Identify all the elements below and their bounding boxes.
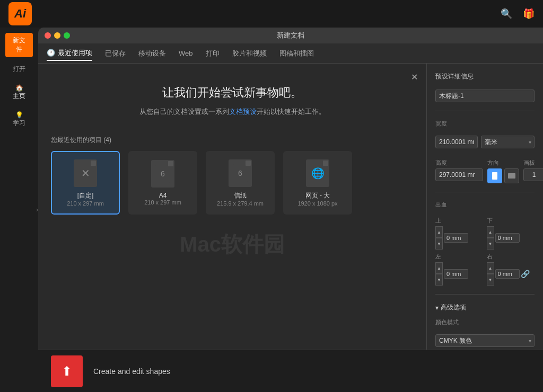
color-mode-label: 颜色模式 — [435, 318, 535, 326]
window-minimize-button[interactable] — [54, 32, 60, 39]
bleed-bottom-down[interactable]: ▼ — [487, 238, 494, 250]
bleed-right: 右 ▲ ▼ 🔗 — [487, 253, 535, 286]
svg-text:6: 6 — [238, 169, 242, 177]
clock-icon: 🕐 — [47, 49, 55, 57]
bleed-right-up[interactable]: ▲ — [487, 262, 494, 274]
document-name-input[interactable] — [435, 90, 535, 102]
hero-link[interactable]: 文档预设 — [229, 108, 257, 115]
tab-web[interactable]: Web — [179, 47, 193, 59]
app-logo: Ai — [8, 2, 32, 25]
width-row: 毫米 像素 厘米 — [435, 136, 535, 148]
bleed-top-up[interactable]: ▲ — [435, 226, 443, 238]
app-bar-right: 🔍 🎁 — [501, 8, 535, 20]
sidebar-item-home[interactable]: 🏠 主页 — [3, 81, 35, 104]
width-input[interactable] — [435, 136, 478, 148]
bleed-grid: 上 ▲ ▼ 下 ▲ ▼ — [435, 217, 535, 286]
orientation-label: 方向 — [487, 159, 519, 167]
width-label: 宽度 — [435, 120, 535, 128]
window-title: 新建文档 — [277, 31, 304, 40]
sidebar-item-learn[interactable]: 💡 学习 — [3, 108, 35, 131]
link-icon[interactable]: 🔗 — [521, 270, 530, 278]
tab-mobile[interactable]: 移动设备 — [138, 47, 166, 60]
preset-name-custom: [自定] — [77, 191, 94, 200]
preset-card-custom[interactable]: ✕ [自定] 210 x 297 mm — [51, 151, 120, 215]
bleed-bottom-label: 下 — [487, 217, 535, 225]
tab-filmvideo[interactable]: 胶片和视频 — [232, 47, 267, 60]
new-file-button[interactable]: 新文件 — [5, 33, 33, 57]
home-icon: 🏠 — [5, 84, 33, 92]
portrait-button[interactable] — [487, 168, 502, 183]
bleed-label: 出血 — [435, 201, 535, 209]
preset-name-letter: 信纸 — [234, 191, 247, 200]
bottom-text: Create and edit shapes — [93, 367, 170, 376]
bottom-area: ⬆ Create and edit shapes — [38, 350, 543, 392]
bleed-left-up[interactable]: ▲ — [435, 262, 443, 274]
preset-size-custom: 210 x 297 mm — [67, 200, 104, 207]
hero-title: 让我们开始尝试新事物吧。 — [49, 85, 416, 101]
preset-card-letter[interactable]: 6 信纸 215.9 x 279.4 mm — [206, 151, 275, 215]
tab-recent[interactable]: 🕐 最近使用项 — [47, 46, 92, 61]
window-controls — [45, 32, 70, 39]
hero-section: 让我们开始尝试新事物吧。 从您自己的文档设置或一系列文档预设开始以快速开始工作。 — [38, 64, 426, 127]
bleed-bottom-up[interactable]: ▲ — [487, 226, 494, 238]
hero-subtitle: 从您自己的文档设置或一系列文档预设开始以快速开始工作。 — [49, 107, 416, 117]
tab-bar: 🕐 最近使用项 已保存 移动设备 Web 打印 胶片和视频 图稿和插图 — [38, 43, 543, 64]
dialog-body: ✕ Mac软件园 让我们开始尝试新事物吧。 从您自己的文档设置或一系列文档预设开… — [38, 64, 543, 392]
svg-text:6: 6 — [161, 170, 165, 178]
preset-name-web: 网页 - 大 — [305, 191, 330, 200]
svg-rect-4 — [492, 172, 497, 180]
height-label: 高度 — [435, 159, 483, 167]
bleed-top-down[interactable]: ▼ — [435, 238, 443, 250]
preset-icon-a4: 6 — [151, 160, 174, 188]
preset-grid: ✕ [自定] 210 x 297 mm 6 A4 210 x 297 mm — [51, 151, 414, 215]
watermark: Mac软件园 — [180, 230, 285, 259]
artboard-input[interactable] — [523, 168, 543, 181]
main-window: 新建文档 🕐 最近使用项 已保存 移动设备 Web 打印 胶片和视频 图稿和插图… — [38, 28, 543, 392]
tab-print[interactable]: 打印 — [206, 47, 220, 60]
panel-section-title: 预设详细信息 — [435, 72, 535, 81]
bleed-bottom-input[interactable] — [495, 233, 520, 243]
preset-size-a4: 210 x 297 mm — [144, 199, 181, 206]
advanced-toggle[interactable]: ▾ 高级选项 — [435, 303, 535, 312]
chevron-down-icon: ▾ — [435, 304, 439, 311]
bleed-left-label: 左 — [435, 253, 484, 261]
gift-icon[interactable]: 🎁 — [523, 8, 535, 20]
bleed-left-input[interactable] — [444, 269, 468, 279]
tab-artillus[interactable]: 图稿和插图 — [279, 47, 314, 60]
bleed-left-down[interactable]: ▼ — [435, 274, 443, 286]
landscape-button[interactable] — [504, 168, 519, 183]
dialog-close-button[interactable]: ✕ — [411, 72, 418, 82]
bleed-bottom: 下 ▲ ▼ — [487, 217, 535, 250]
window-close-button[interactable] — [45, 32, 51, 39]
preset-size-web: 1920 x 1080 px — [297, 200, 337, 207]
bleed-top: 上 ▲ ▼ — [435, 217, 484, 250]
tab-saved[interactable]: 已保存 — [105, 47, 126, 60]
window-maximize-button[interactable] — [64, 32, 70, 39]
svg-rect-5 — [508, 173, 515, 179]
bleed-top-input[interactable] — [444, 233, 468, 243]
height-input[interactable] — [435, 168, 483, 181]
orientation-buttons — [487, 168, 519, 183]
preset-icon-web: 🌐 — [306, 159, 329, 187]
recent-section-title: 您最近使用的项目 (4) — [51, 136, 414, 145]
unit-select[interactable]: 毫米 像素 厘米 — [481, 136, 535, 148]
preset-icon-letter: 6 — [229, 159, 252, 187]
bleed-top-label: 上 — [435, 217, 484, 225]
dialog-content: ✕ Mac软件园 让我们开始尝试新事物吧。 从您自己的文档设置或一系列文档预设开… — [38, 64, 426, 392]
bleed-right-input[interactable] — [495, 269, 520, 279]
learn-icon: 💡 — [5, 111, 33, 119]
preset-card-a4[interactable]: 6 A4 210 x 297 mm — [128, 151, 197, 215]
right-panel: 预设详细信息 宽度 毫米 像素 厘米 — [426, 64, 543, 392]
preset-size-letter: 215.9 x 279.4 mm — [217, 200, 264, 207]
bottom-icon: ⬆ — [51, 355, 83, 387]
preset-card-web[interactable]: 🌐 网页 - 大 1920 x 1080 px — [283, 151, 352, 215]
artboard-label: 画板 — [523, 159, 543, 167]
bleed-right-down[interactable]: ▼ — [487, 274, 494, 286]
bleed-right-label: 右 — [487, 253, 535, 261]
search-icon[interactable]: 🔍 — [501, 8, 512, 20]
sidebar-item-open[interactable]: 打开 — [3, 61, 35, 77]
bleed-left: 左 ▲ ▼ — [435, 253, 484, 286]
color-mode-select[interactable]: CMYK 颜色 RGB 颜色 — [435, 334, 535, 347]
sidebar: 新文件 打开 🏠 主页 💡 学习 › — [0, 28, 38, 392]
preset-icon-custom: ✕ — [74, 159, 97, 187]
